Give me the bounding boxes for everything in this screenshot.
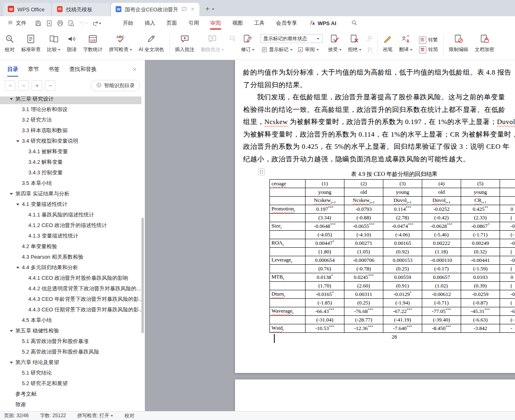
tab-comment-icon[interactable] xyxy=(181,6,187,13)
collapse-arrow-icon[interactable] xyxy=(16,267,19,270)
document-page-next[interactable] xyxy=(235,379,515,411)
document-page[interactable]: 龄的均值作为划分标准，大于均值的组为高龄组，低于均值的组为低龄组。表 4.8 报… xyxy=(235,60,515,373)
collapse-arrow-icon[interactable] xyxy=(16,204,19,207)
collapse-arrow-icon[interactable] xyxy=(10,193,13,197)
toc-item[interactable]: 4.3 Pearson 相关系数检验 xyxy=(0,252,141,262)
menu-tab-页面[interactable]: 页面 xyxy=(161,16,183,30)
compare-button[interactable]: 比较 xyxy=(44,31,64,58)
toc-increase-button[interactable] xyxy=(32,80,42,91)
toc-item[interactable]: 4.4.2 信息透明度背景下政治晋升对暴跌风险的... xyxy=(0,283,141,294)
toc-item[interactable]: 5.1 高管政治晋升和股价暴涨 xyxy=(0,336,141,347)
review-sq-button[interactable]: 审阅 xyxy=(296,46,320,54)
window-tab-wps-office[interactable]: W WPS Office xyxy=(3,3,51,16)
table-move-handle[interactable] xyxy=(257,168,265,178)
toc-item[interactable]: 4.1 变量描述性统计 xyxy=(0,199,141,210)
brush-button[interactable]: 画笔 xyxy=(380,31,396,58)
pane-tab-toc[interactable]: 目录 xyxy=(7,66,18,73)
accept-button[interactable]: 接受 xyxy=(325,31,345,58)
toc-item[interactable]: 第六章 结论及展望 xyxy=(0,357,141,368)
toc-item[interactable]: 4.4.3 CEO 任期背景下政治晋升对暴跌风险的影... xyxy=(0,304,141,315)
regression-table[interactable]: ceoage(1)(2)(3)(4)(5)youngoldyoungoldyou… xyxy=(269,179,515,333)
collapse-arrow-icon[interactable] xyxy=(10,98,13,102)
menu-tab-插入[interactable]: 插入 xyxy=(139,16,161,30)
translate-button[interactable]: 文A翻译 xyxy=(396,31,416,58)
menu-tab-开始[interactable]: 开始 xyxy=(117,16,139,30)
read-aloud-button[interactable]: 朗读 xyxy=(64,31,80,58)
print-button[interactable] xyxy=(56,18,65,28)
status-page-indicator[interactable]: 页面: 32/46 xyxy=(4,412,29,419)
toc-item[interactable]: 4.2 单变量检验 xyxy=(0,241,141,252)
save-button[interactable] xyxy=(34,18,43,28)
body-text[interactable]: 龄的均值作为划分标准，大于均值的组为高龄组，低于均值的组为低龄组。表 4.8 报… xyxy=(243,66,515,165)
new-tab-caret-icon[interactable] xyxy=(212,9,214,11)
toc-item[interactable]: 3.4.2 解释变量 xyxy=(0,157,141,167)
ai-polish-button[interactable]: AI 全文润色 xyxy=(135,31,167,58)
new-tab-button[interactable]: + xyxy=(205,5,214,13)
toc-item[interactable]: 3.5 本章小结 xyxy=(0,178,141,189)
marks-state-combobox[interactable]: 显示标记的最终状态 xyxy=(260,34,323,43)
toc-item[interactable]: 4.5 本章小结 xyxy=(0,315,141,326)
proofread-button[interactable]: A校对 xyxy=(2,31,18,58)
toc-item[interactable]: 5.1 研究结论 xyxy=(0,368,141,378)
toc-item[interactable]: 3.3 样本选取和数据 xyxy=(0,125,141,136)
toc-item[interactable]: 4.1.2 CEO 政治晋升的描述性统计 xyxy=(0,220,141,231)
menu-tab-引用[interactable]: 引用 xyxy=(183,16,205,30)
menu-tab-工具[interactable]: 工具 xyxy=(248,16,270,30)
toc-expand-button[interactable] xyxy=(5,80,15,91)
convert-转简-button[interactable]: 繁转简 xyxy=(419,46,438,54)
redo-button[interactable] xyxy=(91,18,103,28)
status-proofread[interactable]: 校对 xyxy=(124,412,134,419)
toc-item[interactable]: 第四章 实证结果与分析 xyxy=(0,189,141,199)
sidebar-scrollbar[interactable] xyxy=(141,218,144,333)
pane-close-icon[interactable] xyxy=(132,66,137,72)
reject-button[interactable]: 拒绝 xyxy=(345,31,365,58)
show-marks-button[interactable]: 显示标记 xyxy=(260,46,294,54)
toc-item[interactable]: 4.4 多元回归结果和分析 xyxy=(0,262,141,273)
wps-ai-button[interactable]: WPS AI xyxy=(309,19,336,27)
toc-item[interactable]: 4.4.3 CEO 年龄背景下政治晋升对暴跌风险的影... xyxy=(0,294,141,304)
collapse-arrow-icon[interactable] xyxy=(10,330,13,334)
toc-item[interactable]: 4.4.1 CEO 政治晋升对股价暴跌风险的影响 xyxy=(0,273,141,283)
toc-item[interactable]: 5.2 研究不足和展望 xyxy=(0,378,141,389)
smart-toc-button[interactable]: 智能识别目录 xyxy=(91,80,140,91)
window-tab-document[interactable]: W 国有企业CEO政治晋升和股价 xyxy=(111,3,199,16)
restrict-edit-button[interactable]: 限制编辑 xyxy=(446,31,472,58)
collapse-arrow-icon[interactable] xyxy=(10,362,13,365)
pane-tab-chapter[interactable]: 章节 xyxy=(28,66,39,73)
toc-item[interactable]: 3.4 研究模型和变量说明 xyxy=(0,136,141,146)
toc-item[interactable]: 3.4.1 被解释变量 xyxy=(0,146,141,157)
print-preview-button[interactable] xyxy=(66,18,76,28)
tab-close-icon[interactable] xyxy=(190,6,195,13)
search-icon[interactable] xyxy=(351,19,357,27)
pane-tab-bookmark[interactable]: 书签 xyxy=(49,66,60,73)
convert-转繁-button[interactable]: 简转繁 xyxy=(419,36,438,44)
std-review-button[interactable]: 标准审查 xyxy=(18,31,44,58)
spell-check-button[interactable]: ABC拼写检查 xyxy=(106,31,135,58)
toc-item[interactable]: 第三章 研究设计 xyxy=(0,96,141,104)
toc-item[interactable]: 3.1 理论分析和假设 xyxy=(0,104,141,115)
comment-insert-button[interactable]: 插入批注 xyxy=(172,31,198,58)
revise-button[interactable]: 修订 xyxy=(238,31,258,58)
toc-item[interactable]: 参考文献 xyxy=(0,389,141,399)
menu-tab-会员专享[interactable]: 会员专享 xyxy=(270,16,303,30)
toc-item[interactable]: 致谢 xyxy=(0,399,141,410)
doc-encrypt-button[interactable]: 文档加密 xyxy=(472,31,498,58)
word-count-button[interactable]: 123字数统计 xyxy=(80,31,106,58)
toc-decrease-button[interactable] xyxy=(45,80,56,91)
toc-item[interactable]: 4.1.1 暴跌风险的描述性统计 xyxy=(0,210,141,220)
menu-tab-审阅[interactable]: 审阅 xyxy=(205,16,227,30)
menu-tab-视图[interactable]: 视图 xyxy=(227,16,248,30)
status-spellcheck[interactable]: 拼写检查: 打开 xyxy=(77,412,113,419)
pane-tab-find-replace[interactable]: 查找和替换 xyxy=(69,66,97,73)
export-button[interactable] xyxy=(45,18,54,28)
toc-item[interactable]: 3.4.3 控制变量 xyxy=(0,167,141,178)
collapse-arrow-icon[interactable] xyxy=(16,140,19,144)
file-menu-button[interactable]: 文件 xyxy=(3,19,30,27)
status-word-count[interactable]: 字数: 25122 xyxy=(40,412,66,419)
toc-item[interactable]: 第五章 稳健性检验 xyxy=(0,326,141,336)
toc-item[interactable]: 3.2 研究方法 xyxy=(0,115,141,125)
toc-collapse-button[interactable] xyxy=(18,80,29,91)
window-tab-template[interactable]: 找稿壳模板 xyxy=(52,3,110,16)
toc-item[interactable]: 5.2 高管政治晋升和股价暴跌风险 xyxy=(0,347,141,357)
toc-item[interactable]: 4.1.3 变量描述性统计 xyxy=(0,231,141,241)
